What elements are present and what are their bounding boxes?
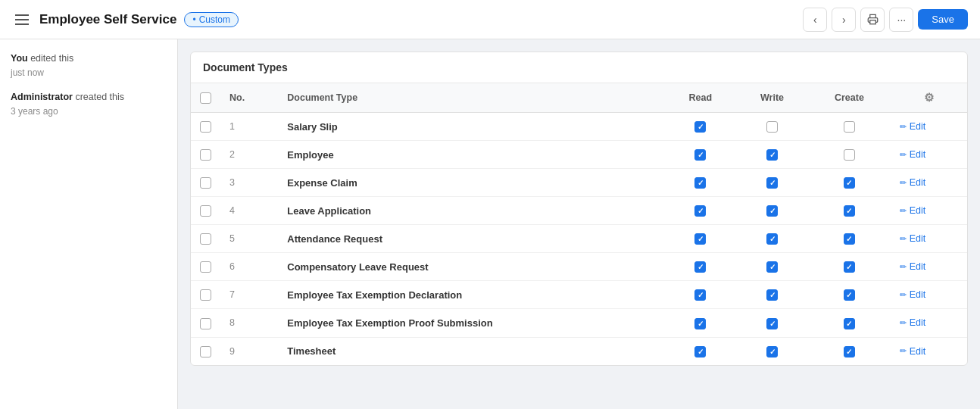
edit-pencil-icon: ✏ xyxy=(900,206,907,216)
content-area: Document Types No. Document Type xyxy=(178,39,980,409)
row-edit-cell: ✏ Edit xyxy=(891,197,967,225)
row-write xyxy=(736,337,808,365)
create-checkbox[interactable] xyxy=(844,233,855,245)
row-checkbox-cell xyxy=(191,309,220,337)
edit-button[interactable]: ✏ Edit xyxy=(900,149,926,160)
row-doc-name: Salary Slip xyxy=(278,113,664,141)
hamburger-menu[interactable] xyxy=(12,11,32,28)
read-checkbox[interactable] xyxy=(694,233,706,245)
row-checkbox[interactable] xyxy=(200,177,211,189)
edit-button[interactable]: ✏ Edit xyxy=(900,177,926,188)
row-number: 9 xyxy=(220,337,278,365)
header-select-all xyxy=(191,83,220,113)
time-admin: 3 years ago xyxy=(11,105,167,118)
edit-button[interactable]: ✏ Edit xyxy=(900,205,926,216)
table-row: 4Leave Application✏ Edit xyxy=(191,197,967,225)
write-checkbox[interactable] xyxy=(766,346,778,357)
edit-pencil-icon: ✏ xyxy=(900,122,907,132)
row-number: 7 xyxy=(220,281,278,309)
row-checkbox[interactable] xyxy=(200,121,211,133)
row-write xyxy=(736,197,808,225)
app-title: Employee Self Service xyxy=(39,12,176,27)
row-checkbox[interactable] xyxy=(200,233,211,245)
write-checkbox[interactable] xyxy=(766,121,778,133)
row-doc-name: Expense Claim xyxy=(278,169,664,197)
main-layout: You edited this just now Administrator c… xyxy=(0,39,980,409)
edit-button[interactable]: ✏ Edit xyxy=(900,346,926,357)
row-read xyxy=(665,337,736,365)
row-edit-cell: ✏ Edit xyxy=(891,225,967,253)
row-create xyxy=(808,281,891,309)
row-create xyxy=(808,141,891,169)
read-checkbox[interactable] xyxy=(694,346,706,357)
row-create xyxy=(808,337,891,365)
read-checkbox[interactable] xyxy=(694,149,706,161)
row-checkbox[interactable] xyxy=(200,289,211,301)
write-checkbox[interactable] xyxy=(766,205,778,217)
more-options-button[interactable]: ··· xyxy=(889,8,913,32)
create-checkbox[interactable] xyxy=(844,318,855,329)
create-checkbox[interactable] xyxy=(844,149,855,161)
row-write xyxy=(736,169,808,197)
create-checkbox[interactable] xyxy=(844,121,855,133)
create-checkbox[interactable] xyxy=(844,177,855,189)
row-checkbox[interactable] xyxy=(200,261,211,273)
write-checkbox[interactable] xyxy=(766,289,778,301)
row-checkbox[interactable] xyxy=(200,149,211,161)
row-number: 8 xyxy=(220,309,278,337)
edit-pencil-icon: ✏ xyxy=(900,262,907,272)
nav-next-button[interactable]: › xyxy=(832,8,856,32)
row-number: 3 xyxy=(220,169,278,197)
write-checkbox[interactable] xyxy=(766,149,778,161)
save-button[interactable]: Save xyxy=(918,9,968,30)
row-doc-name: Leave Application xyxy=(278,197,664,225)
document-types-table: No. Document Type Read Write Create xyxy=(191,83,967,365)
row-read xyxy=(665,253,736,281)
svg-rect-0 xyxy=(870,20,876,24)
read-checkbox[interactable] xyxy=(694,289,706,301)
row-checkbox[interactable] xyxy=(200,205,211,217)
edit-button[interactable]: ✏ Edit xyxy=(900,121,926,132)
row-checkbox[interactable] xyxy=(200,318,211,329)
edit-button[interactable]: ✏ Edit xyxy=(900,233,926,244)
header-right: ‹ › ··· Save xyxy=(803,8,968,32)
write-checkbox[interactable] xyxy=(766,177,778,189)
row-write xyxy=(736,309,808,337)
write-checkbox[interactable] xyxy=(766,261,778,273)
row-write xyxy=(736,113,808,141)
read-checkbox[interactable] xyxy=(694,205,706,217)
header-left: Employee Self Service Custom xyxy=(12,11,239,28)
table-row: 7Employee Tax Exemption Declaration✏ Edi… xyxy=(191,281,967,309)
create-checkbox[interactable] xyxy=(844,289,855,301)
edit-button[interactable]: ✏ Edit xyxy=(900,289,926,300)
select-all-checkbox[interactable] xyxy=(200,92,211,104)
row-edit-cell: ✏ Edit xyxy=(891,113,967,141)
edit-button[interactable]: ✏ Edit xyxy=(900,261,926,272)
nav-prev-button[interactable]: ‹ xyxy=(803,8,827,32)
header-write: Write xyxy=(736,83,808,113)
read-checkbox[interactable] xyxy=(694,318,706,329)
custom-badge-label: Custom xyxy=(199,14,230,25)
edit-pencil-icon: ✏ xyxy=(900,178,907,188)
create-checkbox[interactable] xyxy=(844,205,855,217)
read-checkbox[interactable] xyxy=(694,261,706,273)
print-button[interactable] xyxy=(860,8,885,32)
table-row: 8Employee Tax Exemption Proof Submission… xyxy=(191,309,967,337)
edit-pencil-icon: ✏ xyxy=(900,150,907,160)
section-title: Document Types xyxy=(203,61,288,73)
row-write xyxy=(736,141,808,169)
create-checkbox[interactable] xyxy=(844,346,855,357)
row-checkbox[interactable] xyxy=(200,346,211,357)
write-checkbox[interactable] xyxy=(766,318,778,329)
create-checkbox[interactable] xyxy=(844,261,855,273)
row-number: 2 xyxy=(220,141,278,169)
table-row: 1Salary Slip✏ Edit xyxy=(191,113,967,141)
read-checkbox[interactable] xyxy=(694,177,706,189)
sidebar: You edited this just now Administrator c… xyxy=(0,39,178,409)
row-edit-cell: ✏ Edit xyxy=(891,281,967,309)
edit-button[interactable]: ✏ Edit xyxy=(900,317,926,328)
app-header: Employee Self Service Custom ‹ › ··· Sav… xyxy=(0,0,980,39)
actor-you: You xyxy=(11,53,28,64)
write-checkbox[interactable] xyxy=(766,233,778,245)
read-checkbox[interactable] xyxy=(694,121,706,133)
